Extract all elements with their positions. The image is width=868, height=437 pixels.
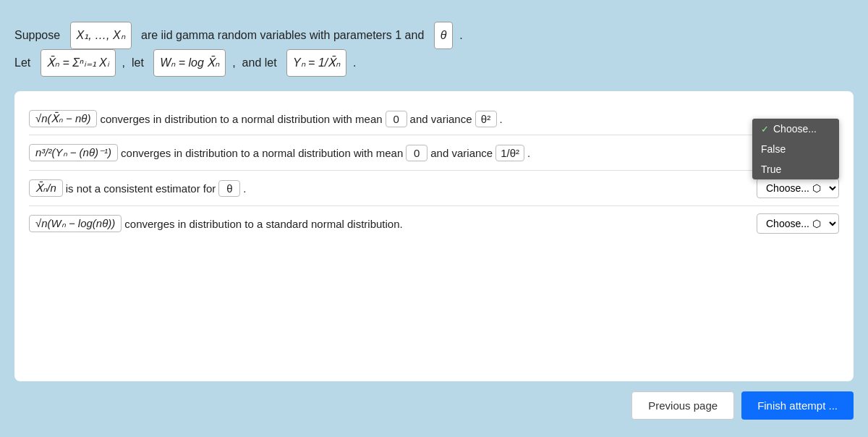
problem-line1: Suppose X₁, …, Xₙ are iid gamma random v… — [14, 22, 854, 49]
questions-area: √n(X̄ₙ − nθ) converges in distribution t… — [14, 91, 854, 381]
q1-option-true-label: True — [761, 164, 781, 175]
q1-option-false-label: False — [761, 143, 786, 155]
question-row-2: n³/²(Yₙ − (nθ)⁻¹) converges in distribut… — [29, 135, 839, 171]
q2-variance-label: and variance — [430, 147, 493, 159]
q4-select[interactable]: Choose... ⬡ False True — [757, 213, 839, 234]
problem-line2: Let X̄ₙ = Σⁿᵢ₌₁ Xᵢ , let Wₙ = log X̄ₙ , … — [14, 49, 854, 77]
q1-dropdown-menu[interactable]: ✓ Choose... False True — [752, 119, 839, 179]
q1-checkmark: ✓ — [761, 124, 769, 135]
q1-option-choose-label: Choose... — [773, 123, 817, 135]
q1-variance-label: and variance — [410, 113, 472, 125]
q2-math-label: n³/²(Yₙ − (nθ)⁻¹) — [29, 144, 118, 161]
main-container: Suppose X₁, …, Xₙ are iid gamma random v… — [14, 14, 854, 423]
line1-prefix: Suppose — [14, 29, 60, 41]
q3-text: is not a consistent estimator for — [66, 182, 216, 195]
question-left-4: √n(Wₙ − log(nθ)) converges in distributi… — [29, 215, 757, 232]
q3-period: . — [243, 182, 246, 195]
q2-mean: 0 — [406, 145, 427, 161]
q3-dropdown-container[interactable]: Choose... ⬡ False True — [757, 178, 839, 198]
question-left-1: √n(X̄ₙ − nθ) converges in distribution t… — [29, 110, 839, 127]
q1-period: . — [500, 113, 503, 125]
q4-dropdown-container[interactable]: Choose... ⬡ False True — [757, 213, 839, 234]
q3-select[interactable]: Choose... ⬡ False True — [757, 178, 839, 198]
q2-text: converges in distribution to a normal di… — [121, 147, 403, 159]
finish-attempt-button[interactable]: Finish attempt ... — [741, 391, 854, 420]
line1-suffix: are iid gamma random variables with para… — [141, 29, 424, 41]
problem-statement: Suppose X₁, …, Xₙ are iid gamma random v… — [14, 14, 854, 91]
q1-option-choose[interactable]: ✓ Choose... — [752, 119, 839, 139]
question-left-2: n³/²(Yₙ − (nθ)⁻¹) converges in distribut… — [29, 144, 757, 161]
question-row-3: X̄ₙ/n is not a consistent estimator for … — [29, 171, 839, 206]
yn-box: Yₙ = 1/X̄ₙ — [286, 49, 346, 77]
q2-period: . — [527, 147, 530, 159]
xbar-box: X̄ₙ = Σⁿᵢ₌₁ Xᵢ — [41, 49, 116, 77]
q4-text: converges in distribution to a standard … — [124, 218, 402, 230]
q1-option-false[interactable]: False — [752, 139, 839, 159]
theta-box: θ — [434, 22, 454, 49]
footer-buttons: Previous page Finish attempt ... — [14, 381, 854, 423]
q1-variance: θ² — [475, 111, 497, 127]
q3-theta: θ — [218, 180, 240, 197]
q1-math-label: √n(X̄ₙ − nθ) — [29, 110, 97, 127]
question-left-3: X̄ₙ/n is not a consistent estimator for … — [29, 179, 757, 197]
line2-let1: Let — [14, 56, 30, 69]
q1-option-true[interactable]: True — [752, 159, 839, 179]
q1-mean: 0 — [386, 111, 407, 127]
line2-let2: let — [132, 56, 144, 69]
previous-page-button[interactable]: Previous page — [631, 391, 734, 420]
q1-text: converges in distribution to a normal di… — [100, 113, 382, 125]
line2-let3: and let — [242, 56, 277, 69]
q3-math-label: X̄ₙ/n — [29, 179, 63, 197]
q2-variance: 1/θ² — [495, 145, 524, 161]
wn-box: Wₙ = log X̄ₙ — [153, 49, 226, 77]
variables-box: X₁, …, Xₙ — [70, 22, 132, 49]
question-row-1: √n(X̄ₙ − nθ) converges in distribution t… — [29, 103, 839, 135]
q4-math-label: √n(Wₙ − log(nθ)) — [29, 215, 122, 232]
question-row-4: √n(Wₙ − log(nθ)) converges in distributi… — [29, 206, 839, 241]
